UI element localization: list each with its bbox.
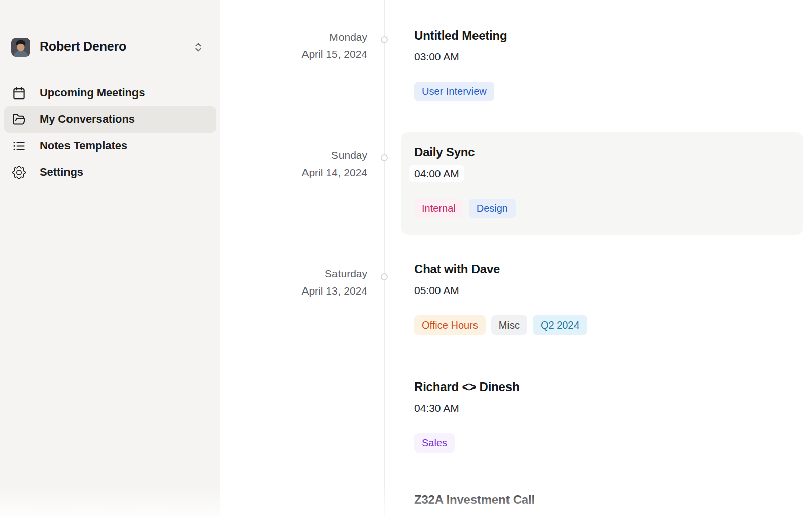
avatar [11,38,30,57]
date-day: Monday [221,28,367,46]
meeting-title: Z32A Investment Call [414,493,791,507]
sidebar-item-label: Upcoming Meetings [40,86,145,100]
list-icon [12,139,26,153]
meeting-tags: Office Hours Misc Q2 2024 [414,315,791,335]
app-window: Robert Denero Upcoming Meetings [0,0,812,517]
meeting-title: Daily Sync [414,145,791,159]
date-label: Monday April 15, 2024 [221,28,367,63]
meeting-card[interactable]: Richard <> Dinesh 04:30 AM Sales [401,367,803,466]
sidebar-item-label: Settings [40,166,83,179]
sidebar-item-my-conversations[interactable]: My Conversations [4,106,216,133]
tag[interactable]: Design [469,199,516,218]
tag[interactable]: Internal [414,199,463,218]
timeline-line [384,0,385,517]
meeting-time: 04:30 AM [414,402,791,414]
sidebar-item-label: My Conversations [40,113,135,126]
meeting-time: 05:00 AM [414,284,791,297]
user-profile[interactable]: Robert Denero [0,36,220,59]
date-text: April 13, 2024 [221,282,367,300]
folder-icon [12,113,26,126]
sidebar-item-notes-templates[interactable]: Notes Templates [4,133,216,159]
tag[interactable]: Office Hours [414,315,486,335]
meeting-card[interactable]: Daily Sync 04:00 AM Internal Design [401,132,803,235]
sidebar-item-settings[interactable]: Settings [4,159,216,185]
meeting-time: 04:00 AM [414,168,791,180]
meeting-card[interactable]: Untitled Meeting 03:00 AM User Interview [401,15,803,114]
date-label: Saturday April 13, 2024 [221,265,367,300]
tag[interactable]: Misc [491,315,527,335]
meeting-title: Untitled Meeting [414,28,791,43]
meeting-tags: Internal Design [414,199,791,218]
conversations-timeline: Monday April 15, 2024 Sunday April 14, 2… [221,0,812,517]
meeting-tags: Sales [414,433,791,453]
timeline-dot [381,36,388,43]
meeting-card[interactable]: Z32A Investment Call [401,479,803,517]
meeting-card[interactable]: Chat with Dave 05:00 AM Office Hours Mis… [401,249,803,348]
sidebar-item-label: Notes Templates [40,139,127,152]
user-name: Robert Denero [40,39,126,54]
meeting-tags: User Interview [414,82,791,101]
date-day: Saturday [221,265,367,282]
date-day: Sunday [221,147,367,164]
date-label: Sunday April 14, 2024 [221,147,367,181]
sidebar: Robert Denero Upcoming Meetings [0,0,220,517]
sidebar-nav: Upcoming Meetings My Conversations [4,80,216,185]
tag[interactable]: Sales [414,433,455,453]
date-text: April 14, 2024 [221,164,367,181]
calendar-icon [12,86,26,100]
tag[interactable]: User Interview [414,82,494,101]
timeline-dot [381,154,388,161]
timeline-dot [381,273,388,280]
tag[interactable]: Q2 2024 [533,315,587,335]
date-text: April 15, 2024 [221,46,367,63]
meeting-title: Richard <> Dinesh [414,380,791,394]
gear-icon [12,166,26,179]
meeting-time: 03:00 AM [414,51,791,63]
meeting-title: Chat with Dave [414,262,791,276]
chevron-up-down-icon[interactable] [193,41,204,54]
sidebar-item-upcoming-meetings[interactable]: Upcoming Meetings [4,80,216,106]
